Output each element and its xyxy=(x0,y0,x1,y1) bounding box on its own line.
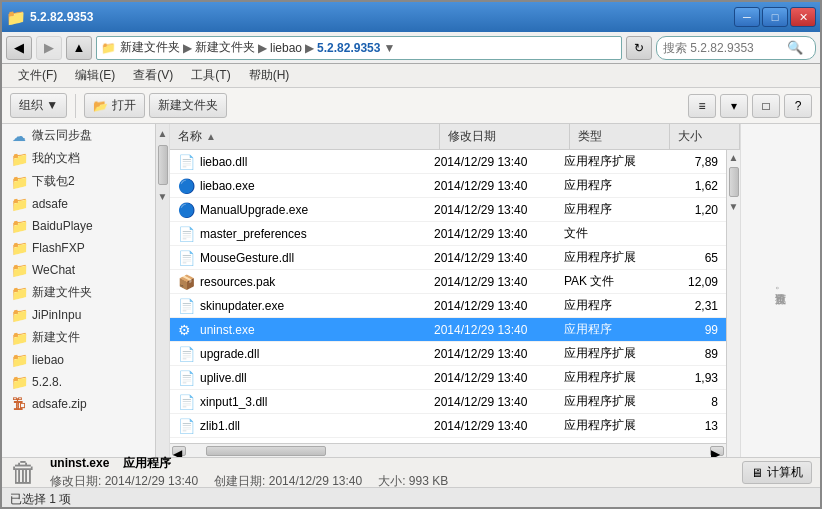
status-dates: 修改日期: 2014/12/29 13:40 创建日期: 2014/12/29 … xyxy=(50,473,448,490)
sidebar-item-baiduplayer[interactable]: 📁 BaiduPlaye xyxy=(2,215,155,237)
window-title: 5.2.82.9353 xyxy=(30,10,93,24)
file-icon-5: 📦 xyxy=(178,274,196,290)
table-row[interactable]: 📦 resources.pak 2014/12/29 13:40 PAK 文件 … xyxy=(170,270,726,294)
sidebar-label-v5: 5.2.8. xyxy=(32,375,62,389)
table-row[interactable]: 📄 uplive.dll 2014/12/29 13:40 应用程序扩展 1,9… xyxy=(170,366,726,390)
col-header-name[interactable]: 名称 ▲ xyxy=(170,124,440,149)
sidebar-item-jipinput[interactable]: 📁 JiPinInpu xyxy=(2,304,155,326)
sidebar-label-liebao: liebao xyxy=(32,353,64,367)
file-cell-size-4: 65 xyxy=(656,250,726,266)
file-name-3: master_preferences xyxy=(200,227,307,241)
hscroll-thumb[interactable] xyxy=(206,446,326,456)
address-bar: ◀ ▶ ▲ 📁 新建文件夹 ▶ 新建文件夹 ▶ liebao ▶ 5.2.82.… xyxy=(2,32,820,64)
sidebar-scroll-up[interactable]: ▲ xyxy=(156,126,170,141)
sidebar-item-mydocs[interactable]: 📁 我的文档 xyxy=(2,147,155,170)
table-row[interactable]: 🔵 liebao.exe 2014/12/29 13:40 应用程序 1,62 xyxy=(170,174,726,198)
view-options-button[interactable]: ▾ xyxy=(720,94,748,118)
file-cell-name-2: 🔵 ManualUpgrade.exe xyxy=(170,201,426,219)
hscroll-left-btn[interactable]: ◀ xyxy=(172,446,186,456)
sidebar-item-adsafezip[interactable]: 🗜 adsafe.zip xyxy=(2,393,155,415)
sidebar-item-liebao[interactable]: 📁 liebao xyxy=(2,349,155,371)
sidebar-item-newfile1[interactable]: 📁 新建文件夹 xyxy=(2,281,155,304)
view-toggle-button[interactable]: ≡ xyxy=(688,94,716,118)
back-button[interactable]: ◀ xyxy=(6,36,32,60)
col-header-date[interactable]: 修改日期 xyxy=(440,124,570,149)
forward-button[interactable]: ▶ xyxy=(36,36,62,60)
status-created: 创建日期: 2014/12/29 13:40 xyxy=(214,473,362,490)
file-cell-size-6: 2,31 xyxy=(656,298,726,314)
file-icon-9: 📄 xyxy=(178,370,196,386)
close-button[interactable]: ✕ xyxy=(790,7,816,27)
sidebar-label-newfile1: 新建文件夹 xyxy=(32,284,92,301)
sidebar-item-adsafe[interactable]: 📁 adsafe xyxy=(2,193,155,215)
file-cell-size-9: 1,93 xyxy=(656,370,726,386)
file-list: 📄 liebao.dll 2014/12/29 13:40 应用程序扩展 7,8… xyxy=(170,150,726,443)
table-row[interactable]: 📄 upgrade.dll 2014/12/29 13:40 应用程序扩展 89 xyxy=(170,342,726,366)
search-box[interactable]: 🔍 xyxy=(656,36,816,60)
search-input[interactable] xyxy=(663,41,783,55)
sidebar-scrollbar: ▲ ▼ xyxy=(155,124,169,457)
toolbar-right: ≡ ▾ □ ? xyxy=(688,94,812,118)
menu-view[interactable]: 查看(V) xyxy=(125,65,181,86)
col-header-type[interactable]: 类型 xyxy=(570,124,670,149)
file-cell-date-5: 2014/12/29 13:40 xyxy=(426,274,556,290)
table-row[interactable]: 📄 master_preferences 2014/12/29 13:40 文件 xyxy=(170,222,726,246)
help-button[interactable]: ? xyxy=(784,94,812,118)
sidebar-item-weiyun[interactable]: ☁ 微云同步盘 xyxy=(2,124,155,147)
vscroll-up-btn[interactable]: ▲ xyxy=(729,152,739,163)
table-row[interactable]: 📄 xinput1_3.dll 2014/12/29 13:40 应用程序扩展 … xyxy=(170,390,726,414)
vscroll-thumb[interactable] xyxy=(729,167,739,197)
open-button[interactable]: 📂 打开 xyxy=(84,93,145,118)
sort-icon: ▲ xyxy=(206,131,216,142)
sidebar-label-newfile2: 新建文件 xyxy=(32,329,80,346)
hscroll-right-btn[interactable]: ▶ xyxy=(710,446,724,456)
address-path[interactable]: 📁 新建文件夹 ▶ 新建文件夹 ▶ liebao ▶ 5.2.82.9353 ▼ xyxy=(96,36,622,60)
sidebar-item-downloads[interactable]: 📁 下载包2 xyxy=(2,170,155,193)
path-segment-1: 新建文件夹 xyxy=(120,39,180,56)
table-row[interactable]: 🔵 ManualUpgrade.exe 2014/12/29 13:40 应用程… xyxy=(170,198,726,222)
sidebar-label-mydocs: 我的文档 xyxy=(32,150,80,167)
search-icon: 🔍 xyxy=(787,40,803,55)
table-row[interactable]: 📄 zlib1.dll 2014/12/29 13:40 应用程序扩展 13 xyxy=(170,414,726,438)
table-row[interactable]: 📄 skinupdater.exe 2014/12/29 13:40 应用程序 … xyxy=(170,294,726,318)
up-button[interactable]: ▲ xyxy=(66,36,92,60)
new-folder-button[interactable]: 新建文件夹 xyxy=(149,93,227,118)
sidebar-item-v5[interactable]: 📁 5.2.8. xyxy=(2,371,155,393)
sidebar-item-newfile2[interactable]: 📁 新建文件 xyxy=(2,326,155,349)
menu-edit[interactable]: 编辑(E) xyxy=(67,65,123,86)
sidebar-label-wechat: WeChat xyxy=(32,263,75,277)
maximize-button[interactable]: □ xyxy=(762,7,788,27)
menu-tools[interactable]: 工具(T) xyxy=(183,65,238,86)
preview-panel: 没有预览。 xyxy=(740,124,820,457)
col-header-size[interactable]: 大小 xyxy=(670,124,740,149)
file-cell-date-0: 2014/12/29 13:40 xyxy=(426,154,556,170)
file-cell-name-11: 📄 zlib1.dll xyxy=(170,417,426,435)
status-file-icon: 🗑 xyxy=(10,456,38,489)
newfile1-icon: 📁 xyxy=(10,285,28,301)
minimize-button[interactable]: ─ xyxy=(734,7,760,27)
menu-file[interactable]: 文件(F) xyxy=(10,65,65,86)
table-row[interactable]: ⚙ uninst.exe 2014/12/29 13:40 应用程序 99 xyxy=(170,318,726,342)
vscroll-down-btn[interactable]: ▼ xyxy=(729,201,739,212)
path-segment-2: 新建文件夹 xyxy=(195,39,255,56)
sidebar-item-wechat[interactable]: 📁 WeChat xyxy=(2,259,155,281)
file-cell-size-3 xyxy=(656,233,726,235)
menu-help[interactable]: 帮助(H) xyxy=(241,65,298,86)
file-cell-name-1: 🔵 liebao.exe xyxy=(170,177,426,195)
cloud-icon: ☁ xyxy=(10,128,28,144)
table-row[interactable]: 📄 MouseGesture.dll 2014/12/29 13:40 应用程序… xyxy=(170,246,726,270)
sidebar-scroll-thumb[interactable] xyxy=(158,145,168,185)
view-panel-button[interactable]: □ xyxy=(752,94,780,118)
computer-label: 计算机 xyxy=(767,464,803,481)
refresh-button[interactable]: ↻ xyxy=(626,36,652,60)
flashfxp-icon: 📁 xyxy=(10,240,28,256)
title-bar-controls: ─ □ ✕ xyxy=(734,7,816,27)
computer-button[interactable]: 🖥 计算机 xyxy=(742,461,812,484)
organize-button[interactable]: 组织 ▼ xyxy=(10,93,67,118)
no-preview-text: 没有预览。 xyxy=(773,285,788,296)
table-row[interactable]: 📄 liebao.dll 2014/12/29 13:40 应用程序扩展 7,8… xyxy=(170,150,726,174)
file-name-4: MouseGesture.dll xyxy=(200,251,294,265)
file-cell-date-8: 2014/12/29 13:40 xyxy=(426,346,556,362)
sidebar-item-flashfxp[interactable]: 📁 FlashFXP xyxy=(2,237,155,259)
sidebar-scroll-down[interactable]: ▼ xyxy=(156,189,170,204)
